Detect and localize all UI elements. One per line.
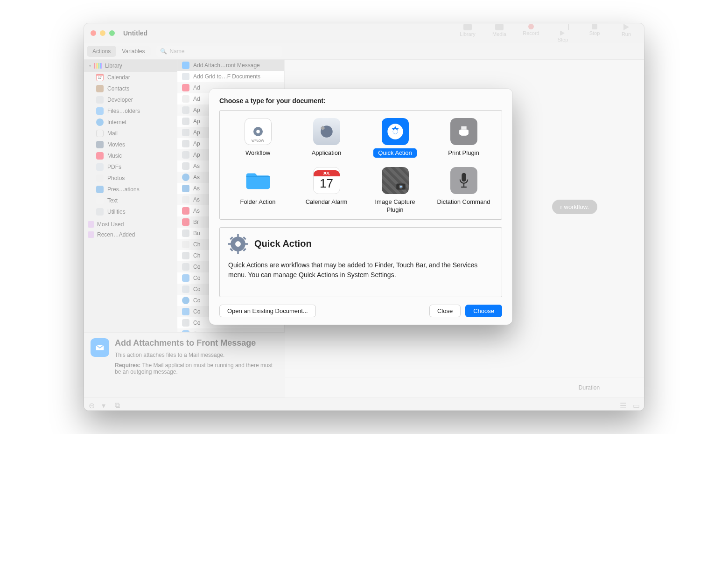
action-row-label: Ad — [193, 84, 200, 91]
music-icon — [96, 152, 104, 160]
search-field[interactable]: 🔍 Name — [156, 46, 282, 57]
document-type-grid: Workflow Application Quick Action Print … — [219, 110, 502, 220]
util-icon — [182, 129, 189, 136]
action-row[interactable]: Add Grid to…F Documents — [177, 71, 284, 82]
library-item-dev[interactable]: Developer — [84, 94, 177, 105]
open-existing-button[interactable]: Open an Existing Document... — [219, 305, 316, 317]
action-row-label: As — [193, 196, 200, 203]
print-plugin-icon — [450, 118, 477, 145]
library-item-text[interactable]: Text — [84, 195, 177, 206]
action-row-label: Bu — [193, 230, 200, 237]
toolbar-run-button[interactable]: Run — [615, 24, 637, 42]
search-placeholder: Name — [170, 48, 185, 55]
toolbar-stop-button[interactable]: Stop — [583, 24, 606, 42]
type-quick-action[interactable]: Quick Action — [361, 117, 429, 160]
library-item-label: PDFs — [107, 164, 121, 170]
action-row-label: As — [193, 174, 200, 181]
type-calendar-alarm-label: Calendar Alarm — [301, 197, 352, 207]
action-row-label: Ap — [193, 129, 200, 136]
toolbar-library-button[interactable]: Library — [456, 24, 479, 42]
action-row[interactable]: Add Attach…ront Message — [177, 60, 284, 71]
type-print-plugin[interactable]: Print Plugin — [429, 117, 498, 160]
dev-icon — [182, 140, 189, 147]
image-capture-plugin-icon — [382, 167, 409, 194]
library-header-label: Library — [105, 63, 122, 69]
chevron-down-icon[interactable]: ▾ — [102, 401, 108, 408]
toolbar-record-button[interactable]: Record — [520, 24, 542, 42]
action-row-label: Ap — [193, 140, 200, 147]
minimize-window-button[interactable] — [100, 30, 105, 36]
library-item-photos[interactable]: Photos — [84, 173, 177, 184]
smart-folder-item[interactable]: Most Used — [84, 219, 177, 230]
toolbar-stop-label: Stop — [589, 30, 600, 36]
action-row-label: Co — [193, 275, 200, 281]
library-item-mail[interactable]: Mail — [84, 128, 177, 139]
smart-folder-item[interactable]: Recen…Added — [84, 230, 177, 240]
library-item-label: Text — [107, 197, 118, 204]
library-header[interactable]: ▾ Library — [84, 60, 177, 72]
toolbar-step-button[interactable]: Step — [552, 24, 574, 42]
type-workflow[interactable]: Workflow — [224, 117, 292, 160]
library-item-label: Music — [107, 153, 122, 159]
app-window: Untitled Library Media Record Step Stop … — [84, 23, 644, 411]
library-item-label: Movies — [107, 141, 125, 148]
document-type-dialog: Choose a type for your document: Workflo… — [209, 89, 512, 325]
util-icon — [96, 208, 104, 216]
inspector-icon[interactable]: ⧉ — [115, 401, 121, 408]
type-application[interactable]: Application — [292, 117, 361, 160]
library-item-movies[interactable]: Movies — [84, 139, 177, 150]
zoom-window-button[interactable] — [109, 30, 115, 36]
svg-rect-13 — [463, 183, 464, 187]
type-folder-action[interactable]: Folder Action — [224, 166, 292, 216]
library-item-pres[interactable]: Pres…ations — [84, 184, 177, 195]
files-icon — [182, 274, 189, 282]
traffic-lights — [91, 30, 115, 36]
action-description-requires: Requires: The Mail application must be r… — [115, 362, 278, 375]
library-item-contacts[interactable]: Contacts — [84, 83, 177, 94]
options-icon[interactable]: ⊖ — [89, 401, 95, 408]
svg-rect-19 — [228, 243, 231, 245]
dev-icon — [182, 319, 189, 327]
smart-folder-icon — [88, 221, 94, 228]
type-image-capture-plugin-label: Image Capture Plugin — [364, 197, 427, 215]
action-row-label: Ch — [193, 252, 200, 259]
close-button[interactable]: Close — [429, 305, 461, 317]
svg-rect-14 — [461, 187, 467, 188]
pdfs-icon — [96, 163, 104, 171]
choose-button[interactable]: Choose — [465, 305, 502, 317]
tab-actions[interactable]: Actions — [87, 46, 116, 57]
titlebar: Untitled Library Media Record Step Stop … — [84, 23, 644, 43]
svg-rect-8 — [461, 133, 466, 136]
tab-variables[interactable]: Variables — [116, 46, 150, 57]
library-item-internet[interactable]: Internet — [84, 117, 177, 128]
library-item-music[interactable]: Music — [84, 150, 177, 161]
type-dictation-command[interactable]: Dictation Command — [429, 166, 498, 216]
photos-icon — [182, 95, 189, 103]
library-item-cal[interactable]: Calendar — [84, 72, 177, 83]
type-image-capture-plugin[interactable]: Image Capture Plugin — [361, 166, 429, 216]
mail-icon — [96, 130, 104, 137]
disclosure-triangle-icon[interactable]: ▾ — [88, 64, 92, 68]
library-item-label: Internet — [107, 119, 126, 125]
library-item-util[interactable]: Utilities — [84, 206, 177, 217]
toolbar-media-button[interactable]: Media — [488, 24, 511, 42]
flow-view-icon[interactable]: ▭ — [633, 401, 639, 408]
log-col-duration: Duration — [534, 384, 644, 391]
smart-folder-label: Most Used — [97, 221, 124, 228]
svg-rect-17 — [237, 234, 239, 237]
action-row-label: Add Grid to…F Documents — [193, 73, 260, 80]
library-item-label: Pres…ations — [107, 186, 140, 193]
requires-label: Requires: — [115, 362, 140, 369]
util-icon — [182, 151, 189, 159]
list-view-icon[interactable]: ☰ — [620, 401, 626, 408]
files-icon — [96, 107, 104, 115]
library-item-files[interactable]: Files…olders — [84, 105, 177, 117]
library-item-pdfs[interactable]: PDFs — [84, 161, 177, 173]
type-calendar-alarm[interactable]: JUL 17 Calendar Alarm — [292, 166, 361, 216]
dev-icon — [96, 96, 104, 104]
type-dictation-command-label: Dictation Command — [432, 197, 495, 207]
log-header: Duration — [285, 377, 644, 397]
action-row-label: Ap — [193, 118, 200, 125]
internet-icon — [182, 297, 189, 304]
close-window-button[interactable] — [91, 30, 96, 36]
